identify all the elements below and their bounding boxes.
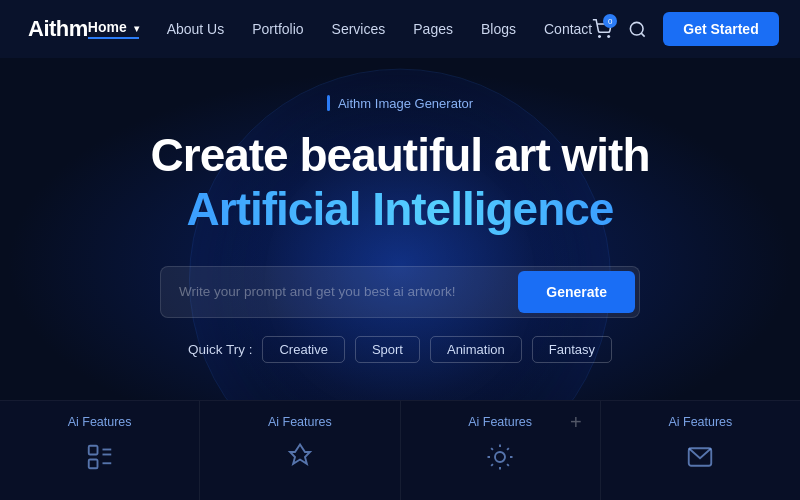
hero-title-line2: Artificial Intelligence: [187, 182, 614, 237]
nav-link-about[interactable]: About Us: [167, 21, 225, 37]
feature-col-1: Ai Features: [0, 401, 200, 500]
cart-button[interactable]: 0: [592, 19, 612, 39]
svg-point-1: [608, 36, 610, 38]
quick-tag-creative[interactable]: Creative: [262, 336, 344, 363]
svg-rect-5: [88, 460, 97, 469]
nav-link-pages[interactable]: Pages: [413, 21, 453, 37]
prompt-search-bar: Generate: [160, 266, 640, 318]
hero-title-line1: Create beautiful art with: [151, 129, 650, 182]
feature-label-4: Ai Features: [668, 415, 732, 429]
feature-col-3: + Ai Features: [401, 401, 601, 500]
nav-link-contact[interactable]: Contact: [544, 21, 592, 37]
feature-label-3: Ai Features: [468, 415, 532, 429]
feature-icon-3: [482, 439, 518, 475]
search-button[interactable]: [628, 20, 647, 39]
quick-tag-sport[interactable]: Sport: [355, 336, 420, 363]
nav-link-home[interactable]: Home ▾: [88, 19, 139, 39]
hero-section: Aithm Image Generator Create beautiful a…: [0, 58, 800, 400]
nav-links: Home ▾ About Us Portfolio Services Pages…: [88, 19, 592, 39]
feature-icon-1: [82, 439, 118, 475]
svg-point-9: [495, 452, 505, 462]
prompt-input[interactable]: [161, 271, 514, 312]
generate-button[interactable]: Generate: [518, 271, 635, 313]
nav-link-blogs[interactable]: Blogs: [481, 21, 516, 37]
get-started-button[interactable]: Get Started: [663, 12, 778, 46]
cart-badge: 0: [603, 14, 617, 28]
quick-try-row: Quick Try : Creative Sport Animation Fan…: [188, 336, 612, 363]
nav-link-services[interactable]: Services: [332, 21, 386, 37]
features-row: Ai Features Ai Features + Ai Features Ai: [0, 400, 800, 500]
quick-tag-animation[interactable]: Animation: [430, 336, 522, 363]
feature-label-2: Ai Features: [268, 415, 332, 429]
feature-icon-4: [682, 439, 718, 475]
navbar: Aithm Home ▾ About Us Portfolio Services…: [0, 0, 800, 58]
svg-line-3: [641, 33, 644, 36]
feature-col-4: Ai Features: [601, 401, 800, 500]
plus-icon: +: [570, 411, 582, 434]
chevron-down-icon: ▾: [134, 23, 139, 34]
quick-tag-fantasy[interactable]: Fantasy: [532, 336, 612, 363]
badge-line: [327, 95, 330, 111]
svg-point-0: [599, 36, 601, 38]
nav-right: 0 Get Started: [592, 12, 778, 46]
feature-icon-2: [282, 439, 318, 475]
hero-badge: Aithm Image Generator: [327, 95, 473, 111]
feature-label-1: Ai Features: [68, 415, 132, 429]
logo: Aithm: [28, 16, 88, 42]
quick-try-label: Quick Try :: [188, 342, 253, 357]
feature-col-2: Ai Features: [200, 401, 400, 500]
nav-link-portfolio[interactable]: Portfolio: [252, 21, 303, 37]
svg-point-2: [631, 22, 644, 35]
svg-rect-4: [88, 446, 97, 455]
